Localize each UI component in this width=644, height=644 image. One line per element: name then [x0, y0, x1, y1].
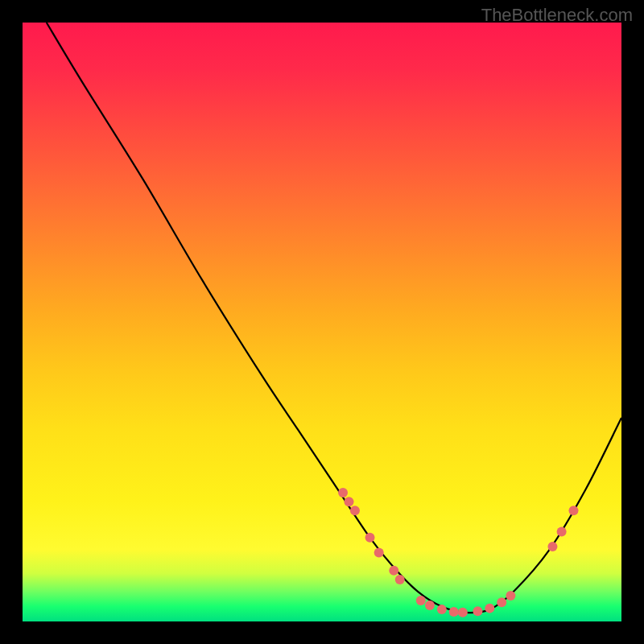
plot-area: [23, 23, 621, 621]
curve-marker: [374, 547, 384, 557]
curve-marker: [497, 597, 506, 607]
curve-marker: [395, 575, 405, 584]
curve-markers: [338, 488, 578, 617]
curve-layer: [23, 23, 621, 621]
watermark-text: TheBottleneck.com: [481, 5, 633, 26]
curve-marker: [425, 601, 435, 610]
bottleneck-curve: [47, 23, 621, 613]
curve-marker: [365, 533, 375, 543]
curve-marker: [458, 608, 468, 617]
curve-marker: [416, 596, 426, 605]
curve-marker: [437, 605, 447, 614]
curve-marker: [547, 542, 557, 551]
curve-marker: [344, 497, 353, 506]
curve-marker: [338, 488, 348, 497]
curve-marker: [449, 607, 459, 617]
curve-marker: [389, 566, 398, 576]
curve-marker: [473, 606, 482, 616]
curve-marker: [568, 506, 578, 515]
curve-marker: [350, 506, 360, 515]
curve-marker: [506, 591, 515, 601]
curve-marker: [485, 604, 494, 613]
curve-marker: [557, 526, 567, 536]
